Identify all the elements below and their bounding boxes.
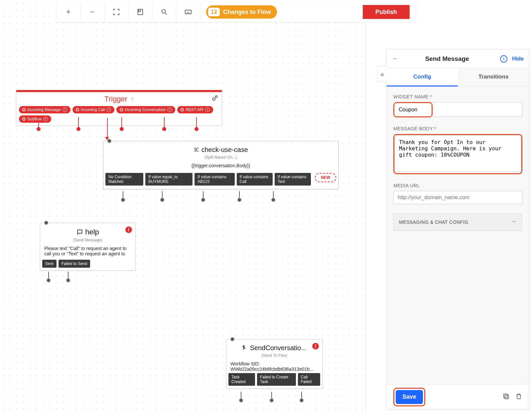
widget-name-label: WIDGET NAME [393, 94, 429, 99]
transition-chip[interactable]: Task Created [228, 373, 255, 386]
trigger-outlet-incoming-conversation[interactable]: Incoming Conversation? [116, 106, 175, 113]
widget-name-input[interactable] [395, 103, 431, 116]
split-node[interactable]: check-use-case (Split Based On...) {{tri… [103, 141, 338, 189]
flex-body-label: Workflow SID: [230, 361, 318, 366]
help-title: help [85, 228, 99, 236]
search-button[interactable] [152, 2, 176, 22]
split-subtitle: (Split Based On...) [103, 155, 338, 160]
trigger-outlet-incoming-call[interactable]: Incoming Call? [72, 106, 115, 113]
transition-chip[interactable]: Failed to Send [59, 260, 90, 268]
new-condition-button[interactable]: NEW [315, 173, 336, 182]
changes-label: Changes to Flow [223, 9, 271, 16]
panel-title: Send Message [394, 55, 500, 63]
transition-chip[interactable]: Call Failed [298, 373, 321, 386]
copy-icon[interactable] [502, 393, 510, 401]
condition-chip[interactable]: If value contains Text [275, 173, 311, 186]
trigger-outlet-rest-api[interactable]: REST API? [177, 106, 213, 113]
send-to-flex-node[interactable]: ! SendConversatio... (Send To Flex) Work… [226, 339, 323, 389]
chevron-down-icon: ﹀ [512, 219, 517, 225]
highlight-save: Save [393, 388, 425, 406]
split-icon [194, 147, 200, 153]
condition-chip[interactable]: If value contains AB123 [195, 173, 234, 186]
trigger-title: Trigger [104, 95, 127, 103]
hide-button[interactable]: Hide [512, 56, 524, 62]
svg-point-1 [162, 10, 165, 13]
fit-screen-button[interactable] [104, 2, 128, 22]
changes-to-flow-button[interactable]: 12 Changes to Flow [206, 5, 277, 19]
collapse-panel-button[interactable]: « [377, 66, 387, 82]
bookmark-button[interactable] [128, 2, 152, 22]
flex-icon [242, 345, 248, 351]
svg-rect-2 [185, 10, 191, 14]
changes-count-badge: 12 [208, 8, 220, 16]
condition-chip[interactable]: If value contains Call [237, 173, 273, 186]
media-url-input[interactable] [393, 191, 522, 204]
save-button[interactable]: Save [396, 390, 423, 404]
tab-config[interactable]: Config [387, 68, 458, 86]
zoom-in-button[interactable]: + [57, 2, 80, 22]
zoom-out-button[interactable]: − [80, 2, 104, 22]
condition-chip[interactable]: If value equal_to BUYMORE [145, 173, 193, 186]
transition-chip[interactable]: Sent [42, 260, 57, 268]
flex-title: SendConversatio... [250, 344, 307, 351]
top-toolbar: + − 12 Changes to Flow Publish [57, 2, 416, 22]
messaging-chat-config-section[interactable]: MESSAGING & CHAT CONFIG ﹀ [393, 213, 522, 231]
flex-subtitle: (Send To Flex) [226, 353, 322, 358]
svg-point-3 [213, 98, 215, 100]
trash-icon[interactable] [515, 393, 522, 401]
condition-chip[interactable]: No Condition Matches [105, 173, 143, 186]
flex-body-value: WWb22a09cc24b6fcbdb636a313e01b... [230, 366, 318, 372]
help-body: Please text "Call" to request an agent t… [40, 244, 135, 260]
help-icon[interactable]: ? [131, 97, 134, 102]
split-expression: {{trigger.conversation.Body}} [103, 162, 338, 172]
media-url-label: MEDIA URL [393, 183, 522, 188]
highlight-widget-name [393, 102, 433, 117]
tab-transitions[interactable]: Transitions [458, 68, 529, 86]
publish-button[interactable]: Publish [363, 5, 410, 19]
message-body-label: MESSAGE BODY [393, 126, 433, 131]
info-icon[interactable]: i [500, 55, 507, 63]
svg-rect-5 [505, 395, 508, 399]
trigger-outlet-incoming-message[interactable]: Incoming Message? [19, 106, 70, 113]
disclosure-label: MESSAGING & CHAT CONFIG [399, 219, 468, 225]
connection-line [107, 118, 108, 138]
help-subtitle: (Send Message) [40, 238, 135, 242]
message-body-input[interactable] [395, 135, 521, 172]
inspector-panel: « ← Send Message i Hide Config Transitio… [386, 49, 529, 409]
highlight-message-body [393, 134, 522, 174]
gear-icon[interactable] [211, 95, 218, 102]
svg-rect-6 [504, 394, 507, 398]
svg-point-4 [215, 96, 217, 98]
message-icon [76, 229, 83, 235]
split-title: check-use-case [201, 146, 248, 153]
keyboard-button[interactable] [176, 2, 200, 22]
help-node[interactable]: ! help (Send Message) Please text "Call"… [40, 223, 136, 271]
transition-chip[interactable]: Failed to Create Task [257, 373, 296, 386]
